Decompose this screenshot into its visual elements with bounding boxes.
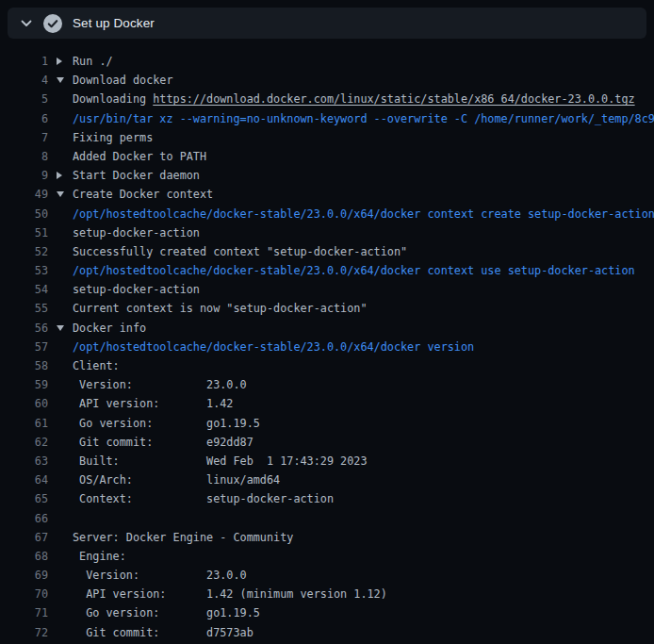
- log-line: 52Successfully created context "setup-do…: [0, 242, 654, 261]
- log-text: /usr/bin/tar xz --warning=no-unknown-key…: [73, 109, 654, 128]
- log-text: /opt/hostedtoolcache/docker-stable/23.0.…: [73, 205, 654, 223]
- line-number[interactable]: 1: [0, 52, 48, 71]
- line-number[interactable]: 8: [0, 147, 48, 166]
- arrow-spacer: [48, 147, 73, 166]
- arrow-spacer: [48, 433, 73, 452]
- triangle-down-icon[interactable]: [48, 319, 73, 338]
- log-group-line[interactable]: 1Run ./: [0, 52, 654, 71]
- actions-log-page: Set up Docker 1Run ./4Download docker5Do…: [0, 0, 654, 644]
- log-text: Built: Wed Feb 1 17:43:29 2023: [73, 452, 654, 471]
- triangle-right-icon[interactable]: [48, 52, 73, 71]
- arrow-spacer: [48, 585, 73, 603]
- triangle-down-icon[interactable]: [48, 71, 73, 90]
- log-text: Successfully created context "setup-dock…: [73, 242, 654, 261]
- arrow-spacer: [48, 109, 73, 128]
- line-number[interactable]: 67: [0, 528, 48, 547]
- chevron-down-icon[interactable]: [19, 16, 34, 31]
- triangle-right-icon[interactable]: [48, 166, 73, 185]
- log-group-line[interactable]: 49Create Docker context: [0, 185, 654, 204]
- log-text: Docker info: [73, 319, 654, 338]
- line-number[interactable]: 57: [0, 338, 48, 356]
- line-number[interactable]: 4: [0, 71, 48, 90]
- log-text: Current context is now "setup-docker-act…: [73, 299, 654, 318]
- line-number[interactable]: 55: [0, 299, 48, 318]
- log-text: Added Docker to PATH: [73, 147, 654, 166]
- log-line: 58Client:: [0, 356, 654, 375]
- arrow-spacer: [48, 603, 73, 622]
- line-number[interactable]: 69: [0, 566, 48, 585]
- log-area: 1Run ./4Download docker5Downloading http…: [0, 39, 654, 644]
- log-line: 63 Built: Wed Feb 1 17:43:29 2023: [0, 452, 654, 471]
- log-line: 60 API version: 1.42: [0, 394, 654, 413]
- arrow-spacer: [48, 338, 73, 356]
- line-number[interactable]: 72: [0, 623, 48, 642]
- arrow-spacer: [48, 489, 73, 508]
- line-number[interactable]: 62: [0, 433, 48, 452]
- arrow-spacer: [48, 414, 73, 433]
- log-text: setup-docker-action: [73, 280, 654, 299]
- log-line: 64 OS/Arch: linux/amd64: [0, 471, 654, 489]
- line-number[interactable]: 63: [0, 452, 48, 471]
- line-number[interactable]: 53: [0, 261, 48, 280]
- triangle-down-icon[interactable]: [48, 185, 73, 204]
- log-line: 69 Version: 23.0.0: [0, 566, 654, 585]
- arrow-spacer: [48, 205, 73, 223]
- line-number[interactable]: 52: [0, 242, 48, 261]
- log-line: 61 Go version: go1.19.5: [0, 414, 654, 433]
- arrow-spacer: [48, 90, 73, 108]
- log-text: Go version: go1.19.5: [73, 414, 654, 433]
- arrow-spacer: [48, 547, 73, 566]
- log-text: Downloading https://download.docker.com/…: [73, 90, 654, 108]
- log-text: Version: 23.0.0: [73, 375, 654, 394]
- arrow-spacer: [48, 452, 73, 471]
- log-line: 54setup-docker-action: [0, 280, 654, 299]
- log-line: 72 Git commit: d7573ab: [0, 623, 654, 642]
- log-group-line[interactable]: 9Start Docker daemon: [0, 166, 654, 185]
- line-number[interactable]: 61: [0, 414, 48, 433]
- line-number[interactable]: 51: [0, 223, 48, 242]
- log-link[interactable]: https://download.docker.com/linux/static…: [153, 92, 634, 106]
- log-line: 6/usr/bin/tar xz --warning=no-unknown-ke…: [0, 109, 654, 128]
- line-number[interactable]: 65: [0, 489, 48, 508]
- line-number[interactable]: 68: [0, 547, 48, 566]
- log-text: Git commit: d7573ab: [73, 623, 654, 642]
- arrow-spacer: [48, 471, 73, 489]
- arrow-spacer: [48, 128, 73, 147]
- log-line: 68 Engine:: [0, 547, 654, 566]
- log-text: API version: 1.42 (minimum version 1.12): [73, 585, 654, 603]
- log-line: 66: [0, 509, 654, 528]
- arrow-spacer: [48, 280, 73, 299]
- log-line: 67Server: Docker Engine - Community: [0, 528, 654, 547]
- line-number[interactable]: 54: [0, 280, 48, 299]
- log-text: [73, 509, 654, 528]
- arrow-spacer: [48, 509, 73, 528]
- log-text: Version: 23.0.0: [73, 566, 654, 585]
- step-header[interactable]: Set up Docker: [8, 8, 646, 39]
- line-number[interactable]: 59: [0, 375, 48, 394]
- log-text: Go version: go1.19.5: [73, 603, 654, 622]
- log-group-line[interactable]: 56Docker info: [0, 319, 654, 338]
- log-text: Download docker: [73, 71, 654, 90]
- log-line: 51setup-docker-action: [0, 223, 654, 242]
- log-text: Fixing perms: [73, 128, 654, 147]
- line-number[interactable]: 60: [0, 394, 48, 413]
- line-number[interactable]: 66: [0, 509, 48, 528]
- line-number[interactable]: 71: [0, 603, 48, 622]
- log-line: 50/opt/hostedtoolcache/docker-stable/23.…: [0, 205, 654, 223]
- arrow-spacer: [48, 528, 73, 547]
- line-number[interactable]: 7: [0, 128, 48, 147]
- line-number[interactable]: 56: [0, 319, 48, 338]
- arrow-spacer: [48, 566, 73, 585]
- line-number[interactable]: 58: [0, 356, 48, 375]
- line-number[interactable]: 49: [0, 185, 48, 204]
- line-number[interactable]: 50: [0, 205, 48, 223]
- log-text: API version: 1.42: [73, 394, 654, 413]
- line-number[interactable]: 9: [0, 166, 48, 185]
- arrow-spacer: [48, 261, 73, 280]
- log-line: 57/opt/hostedtoolcache/docker-stable/23.…: [0, 338, 654, 356]
- line-number[interactable]: 70: [0, 585, 48, 603]
- line-number[interactable]: 6: [0, 109, 48, 128]
- line-number[interactable]: 5: [0, 90, 48, 108]
- log-group-line[interactable]: 4Download docker: [0, 71, 654, 90]
- line-number[interactable]: 64: [0, 471, 48, 489]
